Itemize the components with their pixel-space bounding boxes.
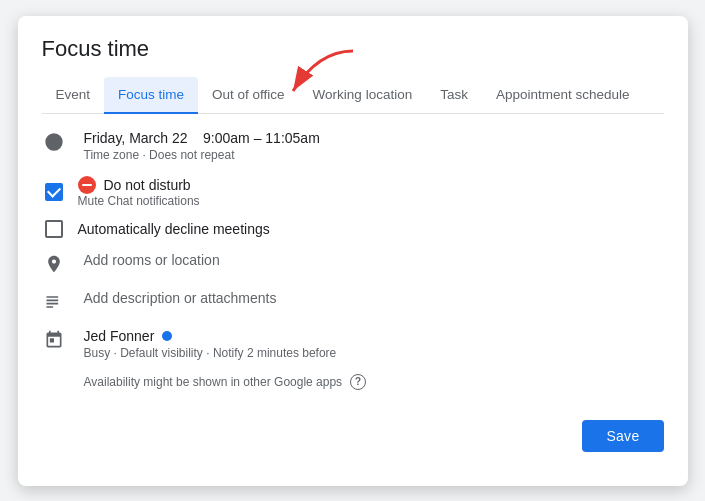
- clock-icon: [42, 132, 66, 152]
- location-row[interactable]: Add rooms or location: [18, 244, 688, 282]
- dnd-checkbox-icon[interactable]: [42, 183, 66, 201]
- dialog-footer: Save: [18, 412, 688, 472]
- page-title: Focus time: [42, 36, 664, 62]
- description-icon: [42, 292, 66, 312]
- tab-working-location[interactable]: Working location: [299, 77, 427, 114]
- availability-text: Availability might be shown in other Goo…: [84, 375, 343, 389]
- user-name-row: Jed Fonner: [84, 328, 664, 344]
- decline-checkbox-icon[interactable]: [42, 220, 66, 238]
- dnd-label-row: Do not disturb: [78, 176, 200, 194]
- time-row: Friday, March 22 9:00am – 11:05am Time z…: [18, 122, 688, 170]
- time-sub: Time zone · Does not repeat: [84, 148, 664, 162]
- user-sub: Busy · Default visibility · Notify 2 min…: [84, 346, 664, 360]
- save-button[interactable]: Save: [582, 420, 663, 452]
- tab-out-of-office[interactable]: Out of office: [198, 77, 299, 114]
- decline-row: Automatically decline meetings: [18, 214, 688, 244]
- dialog: Focus time Event Focus time Out of offic…: [18, 16, 688, 486]
- user-row[interactable]: Jed Fonner Busy · Default visibility · N…: [18, 320, 688, 368]
- dnd-icon: [78, 176, 96, 194]
- description-content[interactable]: Add description or attachments: [84, 290, 664, 306]
- dialog-header: Focus time Event Focus time Out of offic…: [18, 16, 688, 114]
- user-status-dot: [162, 331, 172, 341]
- time-main: Friday, March 22 9:00am – 11:05am: [84, 130, 664, 146]
- checkbox-checked[interactable]: [45, 183, 63, 201]
- tab-focus-time[interactable]: Focus time: [104, 77, 198, 114]
- user-name: Jed Fonner: [84, 328, 155, 344]
- dnd-sub: Mute Chat notifications: [78, 194, 200, 208]
- dnd-row: Do not disturb Mute Chat notifications: [18, 170, 688, 214]
- dnd-content: Do not disturb Mute Chat notifications: [78, 176, 200, 208]
- location-placeholder: Add rooms or location: [84, 252, 664, 268]
- location-content[interactable]: Add rooms or location: [84, 252, 664, 268]
- description-placeholder: Add description or attachments: [84, 290, 664, 306]
- tab-appointment-schedule[interactable]: Appointment schedule: [482, 77, 644, 114]
- description-row[interactable]: Add description or attachments: [18, 282, 688, 320]
- help-icon[interactable]: ?: [350, 374, 366, 390]
- tabs-bar: Event Focus time Out of office Working l…: [42, 76, 664, 114]
- calendar-icon: [42, 330, 66, 350]
- tab-task[interactable]: Task: [426, 77, 482, 114]
- time-content[interactable]: Friday, March 22 9:00am – 11:05am Time z…: [84, 130, 664, 162]
- tab-event[interactable]: Event: [42, 77, 105, 114]
- dnd-label: Do not disturb: [104, 177, 191, 193]
- checkbox-unchecked[interactable]: [45, 220, 63, 238]
- location-icon: [42, 254, 66, 274]
- availability-row: Availability might be shown in other Goo…: [18, 368, 688, 396]
- decline-label: Automatically decline meetings: [78, 221, 270, 237]
- dialog-body: Friday, March 22 9:00am – 11:05am Time z…: [18, 114, 688, 412]
- user-content: Jed Fonner Busy · Default visibility · N…: [84, 328, 664, 360]
